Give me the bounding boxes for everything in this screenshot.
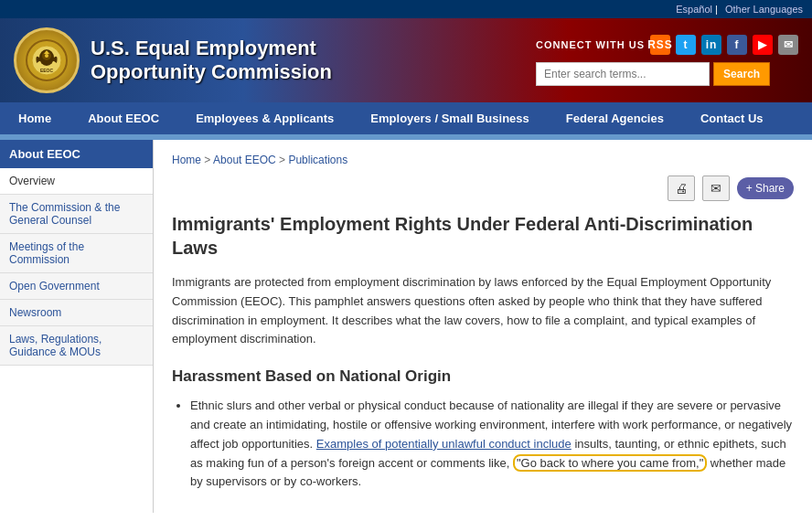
social-row: CONNECT WITH US RSS t in f ▶ ✉: [536, 35, 798, 55]
connect-label: CONNECT WITH US: [536, 39, 645, 50]
nav-contact[interactable]: Contact Us: [682, 102, 782, 134]
sidebar-item-meetings[interactable]: Meetings of the Commission: [0, 234, 153, 273]
sidebar-item-newsroom[interactable]: Newsroom: [0, 300, 153, 326]
twitter-icon[interactable]: t: [676, 35, 696, 55]
youtube-icon[interactable]: ▶: [753, 35, 773, 55]
share-button[interactable]: + Share: [737, 177, 794, 199]
svg-text:EEOC: EEOC: [40, 68, 54, 73]
sidebar-link-commission[interactable]: The Commission & the General Counsel: [0, 195, 153, 233]
breadcrumb: Home > About EEOC > Publications: [172, 154, 794, 166]
linkedin-icon[interactable]: in: [701, 35, 721, 55]
svg-point-6: [45, 54, 48, 58]
sidebar-header: About EEOC: [0, 140, 153, 168]
intro-text: Immigrants are protected from employment…: [172, 273, 794, 349]
header-left: EEOC U.S. Equal Employment Opportunity C…: [14, 27, 332, 93]
breadcrumb-current[interactable]: Publications: [288, 154, 347, 166]
bullet-item-1: Ethnic slurs and other verbal or physica…: [190, 397, 794, 492]
sidebar-link-overview[interactable]: Overview: [0, 168, 153, 194]
page-title: Immigrants' Employment Rights Under Fede…: [172, 212, 794, 260]
agency-line2: Opportunity Commission: [91, 60, 332, 84]
search-button[interactable]: Search: [713, 62, 770, 86]
sidebar-item-laws[interactable]: Laws, Regulations, Guidance & MOUs: [0, 326, 153, 366]
sidebar-item-overview[interactable]: Overview: [0, 168, 153, 195]
bullet1-quote: "Go back to where you came from,": [513, 454, 707, 472]
other-languages-link[interactable]: Other Languages: [725, 4, 803, 15]
main-content: Home > About EEOC > Publications 🖨 ✉ + S…: [154, 140, 812, 513]
sidebar-item-open-gov[interactable]: Open Government: [0, 273, 153, 300]
espanol-link[interactable]: Español: [676, 4, 712, 15]
sidebar-link-open-gov[interactable]: Open Government: [0, 273, 153, 299]
agency-name: U.S. Equal Employment Opportunity Commis…: [91, 37, 332, 84]
nav-about-eeoc[interactable]: About EEOC: [69, 102, 177, 134]
bullet-list: Ethnic slurs and other verbal or physica…: [190, 397, 794, 492]
sidebar-item-commission[interactable]: The Commission & the General Counsel: [0, 195, 153, 234]
breadcrumb-sep2: >: [279, 154, 288, 166]
bullet1-link[interactable]: Examples of potentially unlawful conduct…: [316, 437, 572, 451]
email-button[interactable]: ✉: [702, 175, 730, 201]
rss-icon[interactable]: RSS: [650, 35, 670, 55]
action-icons: 🖨 ✉ + Share: [172, 175, 794, 201]
top-bar: Español | Other Languages: [0, 0, 812, 18]
facebook-icon[interactable]: f: [727, 35, 747, 55]
search-input[interactable]: [536, 62, 710, 86]
header: EEOC U.S. Equal Employment Opportunity C…: [0, 18, 812, 102]
breadcrumb-about[interactable]: About EEOC: [213, 154, 276, 166]
sidebar-link-meetings[interactable]: Meetings of the Commission: [0, 234, 153, 272]
sidebar-link-newsroom[interactable]: Newsroom: [0, 300, 153, 325]
sidebar: About EEOC Overview The Commission & the…: [0, 140, 154, 513]
breadcrumb-sep1: >: [204, 154, 213, 166]
print-button[interactable]: 🖨: [668, 175, 695, 201]
nav-federal[interactable]: Federal Agencies: [548, 102, 682, 134]
breadcrumb-home[interactable]: Home: [172, 154, 201, 166]
nav-employers[interactable]: Employers / Small Business: [352, 102, 547, 134]
search-row: Search: [536, 62, 798, 86]
agency-line1: U.S. Equal Employment: [91, 37, 332, 60]
sidebar-link-laws[interactable]: Laws, Regulations, Guidance & MOUs: [0, 326, 153, 365]
separator: |: [715, 4, 718, 15]
nav-home[interactable]: Home: [0, 102, 69, 134]
email-social-icon[interactable]: ✉: [778, 35, 798, 55]
nav-employees[interactable]: Employees & Applicants: [177, 102, 352, 134]
page-layout: About EEOC Overview The Commission & the…: [0, 140, 812, 513]
header-right: CONNECT WITH US RSS t in f ▶ ✉ Search: [536, 35, 798, 86]
agency-logo: EEOC: [14, 27, 80, 93]
main-nav: Home About EEOC Employees & Applicants E…: [0, 102, 812, 134]
harassment-heading: Harassment Based on National Origin: [172, 367, 794, 386]
